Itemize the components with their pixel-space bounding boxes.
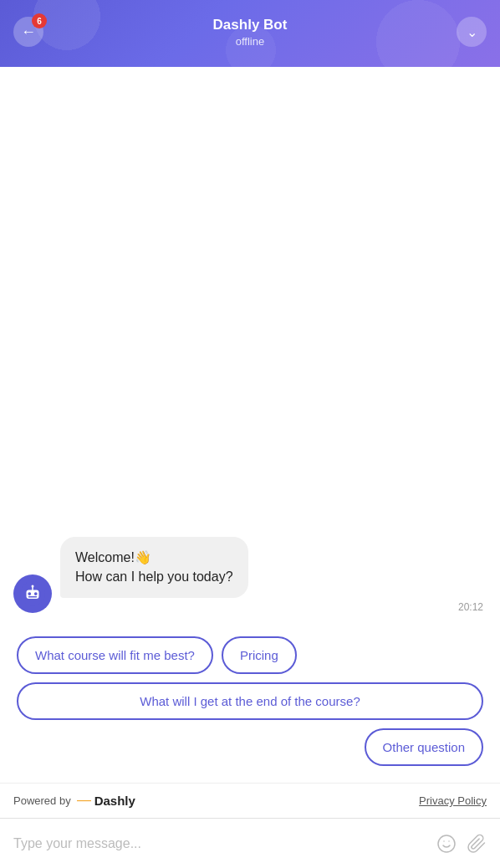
message-time: 20:12 xyxy=(458,601,483,613)
message-content-wrapper: Welcome!👋How can I help you today? 20:12 xyxy=(60,537,487,613)
bot-bubble: Welcome!👋How can I help you today? xyxy=(60,537,248,598)
message-input[interactable] xyxy=(13,836,426,851)
chat-header: ← 6 Dashly Bot offline ⌄ xyxy=(0,0,500,67)
bot-message-row: Welcome!👋How can I help you today? 20:12 xyxy=(13,537,487,613)
powered-by-bar: Powered by ⸻ Dashly Privacy Policy xyxy=(0,783,500,818)
svg-point-7 xyxy=(438,835,455,852)
chat-area: Welcome!👋How can I help you today? 20:12… xyxy=(0,67,500,783)
quick-replies-container: What course will fit me best? Pricing Wh… xyxy=(13,636,487,766)
attach-icon[interactable] xyxy=(467,834,487,854)
dropdown-button[interactable]: ⌄ xyxy=(457,17,487,47)
svg-point-2 xyxy=(28,592,31,595)
chevron-down-icon: ⌄ xyxy=(467,24,477,40)
dashly-logo: ⸻ Dashly xyxy=(76,792,135,809)
svg-point-3 xyxy=(34,592,38,595)
powered-by-label: Powered by xyxy=(13,794,71,807)
bot-status: offline xyxy=(43,35,457,48)
dashly-brand-name: Dashly xyxy=(94,794,135,808)
quick-reply-other-question[interactable]: Other question xyxy=(365,728,483,766)
powered-by-left: Powered by ⸻ Dashly xyxy=(13,792,135,809)
messages-container: Welcome!👋How can I help you today? 20:12… xyxy=(13,537,487,766)
bot-name: Dashly Bot xyxy=(43,17,457,33)
header-center: Dashly Bot offline xyxy=(43,17,457,48)
emoji-icon[interactable] xyxy=(436,834,457,854)
message-text: Welcome!👋How can I help you today? xyxy=(75,550,233,583)
quick-reply-pricing[interactable]: Pricing xyxy=(222,636,297,674)
notification-badge: 6 xyxy=(32,13,47,28)
bot-avatar xyxy=(13,574,52,613)
back-button[interactable]: ← 6 xyxy=(13,17,43,47)
input-area xyxy=(0,818,500,868)
svg-rect-6 xyxy=(28,596,38,598)
quick-reply-end-of-course[interactable]: What will I get at the end of the course… xyxy=(17,682,483,720)
quick-reply-course-fit[interactable]: What course will fit me best? xyxy=(17,636,213,674)
dashly-icon: ⸻ xyxy=(76,792,91,809)
privacy-policy-link[interactable]: Privacy Policy xyxy=(419,794,487,807)
svg-point-5 xyxy=(32,585,34,588)
